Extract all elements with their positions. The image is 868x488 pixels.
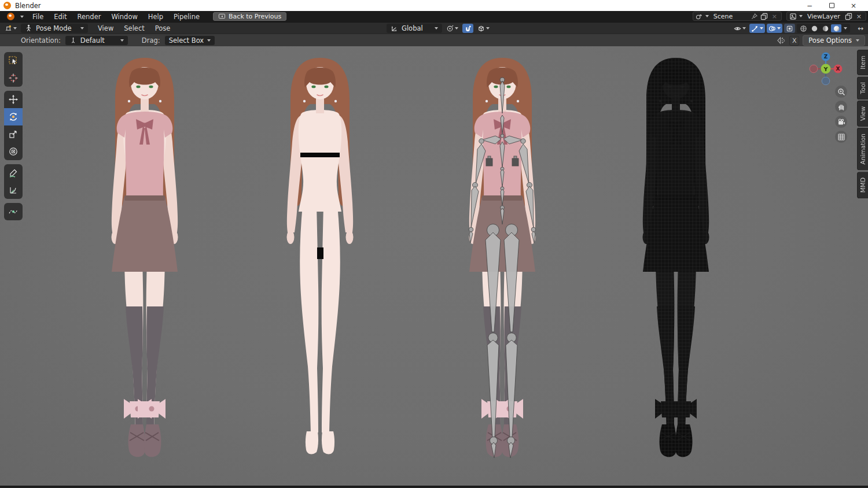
minimize-button[interactable]: − xyxy=(799,0,821,11)
chevron-down-icon xyxy=(844,27,847,29)
transform-orientation-dropdown[interactable]: Global xyxy=(387,24,442,33)
overlays-toggle[interactable] xyxy=(767,24,782,33)
viewlayer-selector[interactable]: ViewLayer × xyxy=(786,12,866,21)
mirror-x-toggle-button[interactable]: X xyxy=(789,36,799,46)
pose-options-dropdown[interactable]: Pose Options xyxy=(803,35,865,46)
window-title: Blender xyxy=(15,2,41,10)
viewlayer-name: ViewLayer xyxy=(805,13,843,20)
menu-window[interactable]: Window xyxy=(106,11,142,22)
viewlayer-icon xyxy=(789,13,797,20)
tool-measure[interactable] xyxy=(4,182,23,199)
model-base-body[interactable] xyxy=(262,57,378,463)
chevron-down-icon xyxy=(799,15,803,17)
tab-tool[interactable]: Tool xyxy=(857,76,868,99)
drag-label: Drag: xyxy=(142,36,160,45)
remove-icon[interactable]: × xyxy=(855,13,863,20)
tool-settings-bar: Orientation: Default Drag: Select Box X … xyxy=(0,34,868,46)
menu-help[interactable]: Help xyxy=(143,11,168,22)
close-button[interactable]: × xyxy=(843,0,865,11)
gizmos-toggle[interactable] xyxy=(749,24,765,33)
tool-scale[interactable] xyxy=(4,125,23,143)
tool-move[interactable] xyxy=(4,91,23,108)
viewport-header: Pose Mode View Select Pose Global xyxy=(0,22,868,34)
xray-icon xyxy=(786,25,793,32)
scene-name: Scene xyxy=(711,13,748,20)
chevron-down-icon xyxy=(486,27,490,29)
shading-rendered-button[interactable] xyxy=(831,24,841,32)
mode-selector-dropdown[interactable]: Pose Mode xyxy=(21,24,88,33)
orientation-gizmo[interactable]: Z X Y xyxy=(808,51,844,88)
pan-hand-button[interactable] xyxy=(835,101,847,113)
mode-selector-value: Pose Mode xyxy=(36,24,77,32)
menu-pose[interactable]: Pose xyxy=(150,24,176,32)
tab-mmd[interactable]: MMD xyxy=(857,172,868,198)
visibility-dropdown[interactable] xyxy=(732,24,748,33)
menu-edit[interactable]: Edit xyxy=(49,11,72,22)
orientation-value: Global xyxy=(402,24,431,32)
model-with-armature[interactable] xyxy=(444,57,560,463)
unlink-icon: × xyxy=(770,13,779,20)
back-to-previous-button[interactable]: Back to Previous xyxy=(213,12,286,21)
restore-button[interactable] xyxy=(821,0,843,11)
model-wireframe[interactable] xyxy=(618,57,734,463)
camera-view-button[interactable] xyxy=(835,116,847,128)
drag-mode-value: Select Box xyxy=(169,36,204,45)
top-menu-bar: File Edit Render Window Help Pipeline Ba… xyxy=(0,11,868,22)
blender-logo-icon xyxy=(3,2,11,9)
sidebar-tabs: Item Tool View Animation MMD xyxy=(857,50,868,198)
blender-app-menu[interactable] xyxy=(3,13,27,20)
tab-animation[interactable]: Animation xyxy=(857,128,868,171)
xray-toggle[interactable] xyxy=(784,24,795,33)
menu-pipeline[interactable]: Pipeline xyxy=(168,11,205,22)
chevron-down-icon xyxy=(120,39,124,42)
viewport-toolbar xyxy=(4,52,23,220)
status-bar: Select Rotate View Pose Context Menu 3.4… xyxy=(0,486,868,488)
snap-toggle[interactable] xyxy=(462,24,473,33)
menu-render[interactable]: Render xyxy=(72,11,106,22)
menu-file[interactable]: File xyxy=(27,11,49,22)
editor-type-selector[interactable] xyxy=(3,24,19,33)
chevron-down-icon xyxy=(13,27,17,29)
zoom-button[interactable] xyxy=(835,86,847,98)
new-copy-icon[interactable] xyxy=(845,13,852,20)
gizmo-minus-x-axis[interactable] xyxy=(810,65,818,73)
chevron-down-icon xyxy=(20,16,24,18)
chevron-down-icon xyxy=(435,27,438,29)
axis-icon xyxy=(69,36,77,44)
pin-icon[interactable] xyxy=(751,13,758,20)
scene-icon xyxy=(696,13,703,20)
model-clothed[interactable] xyxy=(87,57,203,463)
tab-view[interactable]: View xyxy=(857,101,868,127)
shading-material-button[interactable] xyxy=(820,24,830,32)
orientation-axes-icon xyxy=(391,25,398,32)
scene-selector[interactable]: Scene × xyxy=(693,12,782,21)
pivot-point-dropdown[interactable] xyxy=(444,24,460,33)
gizmo-arrow-icon xyxy=(751,25,759,32)
svg-text:Z: Z xyxy=(824,54,828,60)
tool-cursor[interactable] xyxy=(4,69,23,87)
gizmo-minus-z-axis[interactable] xyxy=(822,77,830,85)
orientation-default-dropdown[interactable]: Default xyxy=(65,36,128,45)
shading-solid-button[interactable] xyxy=(809,24,819,32)
expand-header-button[interactable]: ↔ xyxy=(855,24,866,33)
drag-mode-dropdown[interactable]: Select Box xyxy=(165,36,215,45)
tool-annotate[interactable] xyxy=(4,164,23,182)
tool-transform[interactable] xyxy=(4,143,23,160)
ortho-grid-button[interactable] xyxy=(835,131,847,143)
pose-mode-icon xyxy=(25,24,32,32)
menu-select[interactable]: Select xyxy=(119,24,149,32)
shading-wireframe-button[interactable] xyxy=(798,24,808,32)
tab-item[interactable]: Item xyxy=(857,50,868,75)
viewport-3d[interactable]: Z X Y Item xyxy=(0,46,868,486)
eye-icon xyxy=(734,25,741,32)
new-copy-icon[interactable] xyxy=(760,13,768,20)
tool-rotate[interactable] xyxy=(4,108,23,125)
proportional-editing-dropdown[interactable] xyxy=(476,24,491,33)
tool-pose-breakdowner[interactable] xyxy=(4,203,23,220)
tool-select-box[interactable] xyxy=(4,52,23,69)
overlays-icon xyxy=(768,25,776,32)
pivot-point-icon xyxy=(446,25,454,32)
menu-view[interactable]: View xyxy=(93,24,119,32)
proportional-edit-icon xyxy=(477,25,485,32)
mirror-x-icon[interactable] xyxy=(777,36,786,45)
